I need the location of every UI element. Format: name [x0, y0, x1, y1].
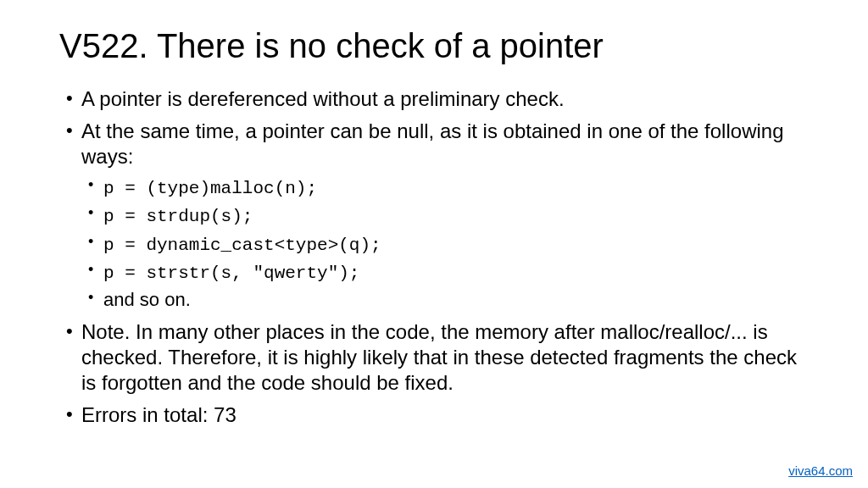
bullet-item: A pointer is dereferenced without a prel…	[59, 86, 809, 112]
code-text: p = strstr(s, "qwerty");	[103, 263, 359, 283]
main-bullet-list: A pointer is dereferenced without a prel…	[59, 86, 809, 428]
sub-bullet-item: p = strstr(s, "qwerty");	[81, 259, 809, 286]
code-text: p = strdup(s);	[103, 207, 253, 226]
code-text: p = dynamic_cast<type>(q);	[103, 236, 381, 255]
sub-bullet-item: p = dynamic_cast<type>(q);	[81, 231, 809, 258]
slide-container: V522. There is no check of a pointer A p…	[0, 0, 868, 452]
sub-bullet-item: p = (type)malloc(n);	[81, 175, 809, 201]
bullet-item: Errors in total: 73	[59, 402, 809, 428]
sub-bullet-list: p = (type)malloc(n); p = strdup(s); p = …	[81, 175, 809, 313]
bullet-text: At the same time, a pointer can be null,…	[81, 119, 784, 168]
code-text: p = (type)malloc(n);	[103, 179, 317, 198]
bullet-item: At the same time, a pointer can be null,…	[59, 119, 809, 313]
footer-link[interactable]: viva64.com	[788, 463, 853, 478]
bullet-item: Note. In many other places in the code, …	[59, 319, 809, 396]
sub-bullet-item: and so on.	[81, 287, 809, 313]
slide-title: V522. There is no check of a pointer	[59, 25, 809, 66]
sub-bullet-item: p = strdup(s);	[81, 202, 809, 229]
